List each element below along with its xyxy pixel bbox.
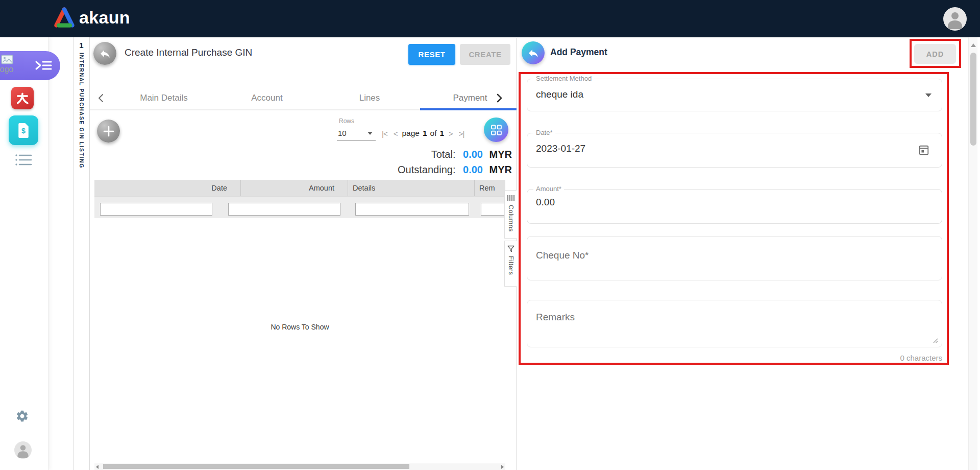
column-header-details[interactable]: Details [348, 180, 474, 196]
total-row: Total: 0.00 MYR [304, 147, 512, 162]
table-header: Date Amount Details Rem [94, 180, 505, 196]
filter-input-details[interactable] [355, 203, 469, 216]
empty-table-message: No Rows To Show [94, 323, 505, 331]
date-field[interactable]: Date* 2023-01-27 [527, 133, 942, 168]
user-avatar[interactable] [943, 7, 967, 31]
cheque-no-input[interactable] [536, 250, 914, 261]
outstanding-value: 0.00 [463, 164, 483, 175]
filter-input-amount[interactable] [228, 203, 340, 216]
columns-tab-label: Columns [507, 205, 514, 232]
chevron-down-icon [925, 93, 932, 97]
add-button[interactable]: ADD [914, 44, 956, 64]
grid-view-button[interactable] [484, 118, 508, 142]
chevron-left-icon[interactable] [98, 93, 104, 103]
brush-character-icon [15, 91, 30, 105]
rows-per-page-select[interactable]: 10 [337, 127, 376, 140]
horizontal-scrollbar-thumb[interactable] [103, 464, 409, 469]
settings-gear-icon[interactable] [15, 409, 29, 423]
amount-field[interactable]: Amount* [527, 189, 942, 224]
filter-input-date[interactable] [100, 203, 212, 216]
grid-icon [491, 124, 502, 136]
resize-handle-icon[interactable] [932, 337, 938, 343]
settlement-method-value: cheque ida [536, 89, 583, 100]
rows-per-page-value: 10 [338, 129, 347, 137]
remarks-field[interactable] [527, 300, 942, 347]
page: akaun logo [0, 0, 980, 470]
tab-payment[interactable]: Payment [434, 93, 506, 103]
listing-menu-icon[interactable] [15, 153, 32, 167]
chevron-down-icon [368, 132, 373, 135]
page-word: page [400, 129, 421, 138]
columns-grip-icon [507, 195, 515, 201]
tab-account[interactable]: Account [231, 93, 303, 103]
outstanding-currency: MYR [489, 164, 512, 175]
tab-lines[interactable]: Lines [333, 93, 406, 103]
filters-tab-label: Filters [507, 256, 514, 275]
total-currency: MYR [489, 149, 512, 160]
tab-bar: Main Details Account Lines Payment [90, 85, 517, 110]
table-filter-row [94, 196, 505, 218]
vertical-scrollbar[interactable] [968, 37, 977, 470]
amount-label: Amount* [533, 185, 564, 193]
amount-input[interactable] [536, 197, 914, 208]
back-button[interactable] [93, 42, 116, 65]
reset-button[interactable]: RESET [408, 44, 455, 65]
broken-image-icon [1, 55, 13, 64]
first-page-button[interactable]: |< [379, 129, 390, 138]
create-button[interactable]: CREATE [460, 44, 510, 65]
column-header-amount[interactable]: Amount [240, 180, 348, 196]
settlement-method-select[interactable]: Settlement Method cheque ida [527, 79, 942, 111]
total-value: 0.00 [463, 149, 483, 160]
vertical-scrollbar-thumb[interactable] [970, 53, 976, 146]
sidebar: logo $ [0, 37, 48, 470]
column-header-date[interactable]: Date [94, 180, 240, 196]
filter-input-remarks[interactable] [481, 203, 505, 216]
horizontal-scrollbar[interactable] [94, 463, 505, 470]
character-counter: 0 characters [527, 354, 942, 362]
add-row-button[interactable] [97, 120, 120, 143]
total-pages: 1 [438, 129, 446, 138]
date-label: Date* [533, 129, 555, 136]
tab-filters[interactable]: Filters [504, 241, 517, 287]
remarks-textarea[interactable] [536, 312, 914, 340]
sidebar-profile-icon[interactable] [14, 441, 32, 459]
scroll-left-arrow-icon[interactable] [96, 465, 99, 469]
listing-strip-label: INTERNAL PURCHASE GIN LISTING [79, 53, 85, 169]
next-page-button[interactable]: > [446, 129, 456, 138]
workspace-logo-pill[interactable]: logo [0, 51, 60, 80]
plus-icon [103, 126, 114, 137]
last-page-button[interactable]: >| [456, 129, 468, 138]
page-title: Create Internal Purchase GIN [125, 47, 252, 58]
document-dollar-icon: $ [17, 122, 30, 138]
brand-logo: akaun [53, 7, 130, 28]
date-value: 2023-01-27 [536, 143, 585, 154]
totals-summary: Total: 0.00 MYR Outstanding: 0.00 MYR [304, 147, 512, 177]
panel-back-button[interactable] [522, 41, 545, 64]
active-tab-indicator [420, 108, 517, 110]
prev-page-button[interactable]: < [390, 129, 401, 138]
create-gin-panel: Create Internal Purchase GIN RESET CREAT… [90, 37, 517, 470]
menu-toggle-icon [34, 59, 53, 72]
column-header-remarks[interactable]: Rem [474, 180, 505, 196]
person-icon [15, 442, 31, 458]
app-icon-accounting[interactable]: $ [9, 115, 38, 145]
app-icon-red[interactable] [11, 87, 34, 109]
tab-main-details[interactable]: Main Details [128, 93, 200, 103]
rows-per-page-label: Rows [339, 118, 354, 125]
current-page: 1 [421, 129, 429, 138]
logo-alt-text: logo [0, 65, 13, 74]
add-payment-panel: Add Payment ADD Settlement Method cheque… [517, 37, 968, 470]
calendar-icon[interactable] [918, 144, 929, 156]
tab-columns[interactable]: Columns [504, 190, 517, 239]
pagination: |< < page 1 of 1 > >| [379, 129, 468, 138]
brand-name: akaun [79, 8, 130, 28]
panel-title: Add Payment [550, 47, 607, 58]
listing-strip-badge: 1 [74, 41, 89, 50]
back-arrow-icon [99, 48, 111, 60]
scroll-up-arrow-icon[interactable] [971, 43, 976, 47]
chevron-right-icon[interactable] [496, 93, 502, 103]
scroll-right-arrow-icon[interactable] [501, 465, 504, 469]
listing-strip-tab[interactable]: 1 INTERNAL PURCHASE GIN LISTING [73, 37, 90, 470]
of-word: of [429, 129, 438, 138]
cheque-no-field[interactable] [527, 236, 942, 280]
